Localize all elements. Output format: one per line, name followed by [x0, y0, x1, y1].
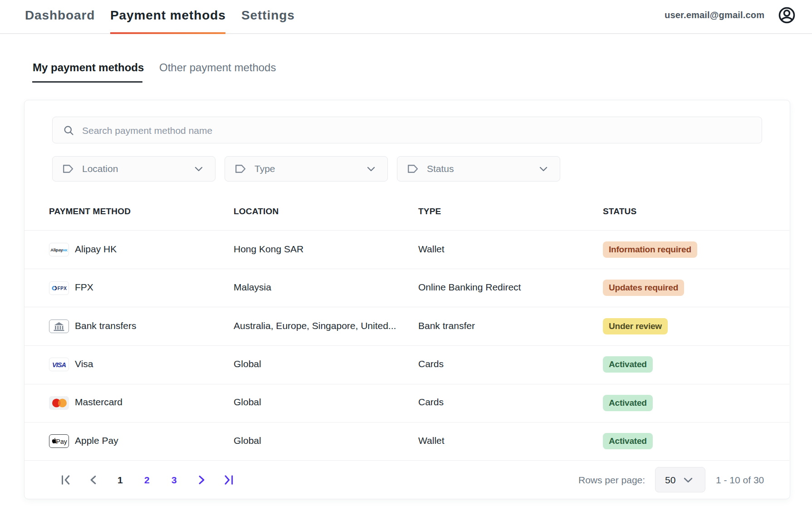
svg-text:Pay: Pay — [56, 438, 67, 445]
svg-text:FPX: FPX — [58, 286, 67, 291]
